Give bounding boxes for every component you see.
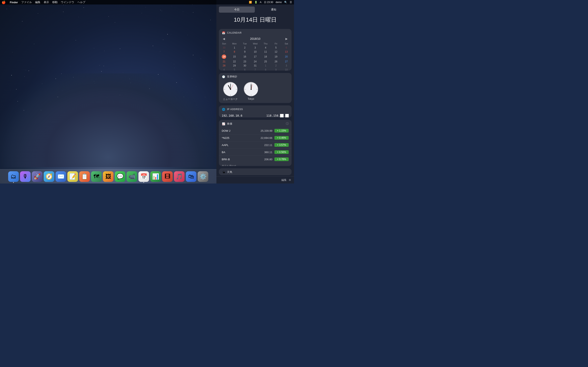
cal-day-2-5[interactable]: 19 <box>271 54 281 59</box>
cal-day-4-4[interactable]: 1 <box>260 64 271 68</box>
calendar-nav: ◀ 2018/10 ▶ <box>219 36 292 42</box>
weather-title: 天気 <box>227 170 232 174</box>
dock-icon-siri[interactable]: 🎙 <box>20 171 31 182</box>
cal-day-1-3[interactable]: 10 <box>250 50 260 54</box>
stock-price: 25,339.99 <box>260 129 272 132</box>
cal-day-0-2[interactable]: 2 <box>240 46 250 50</box>
cal-day-5-4[interactable]: 8 <box>260 68 271 71</box>
cal-day-3-6[interactable]: 27 <box>281 59 292 64</box>
cal-day-0-5[interactable]: 5 <box>271 46 281 50</box>
cal-day-5-5[interactable]: 9 <box>271 68 281 71</box>
cal-day-1-0[interactable]: 7 <box>219 50 229 54</box>
stocks-info-btn[interactable]: ⓘ <box>286 122 289 125</box>
cal-day-0-0[interactable]: 30 <box>219 46 229 50</box>
stock-price: 206.80 <box>264 158 272 161</box>
dock-icon-finder[interactable]: 🗂 <box>8 171 19 182</box>
cal-day-1-5[interactable]: 12 <box>271 50 281 54</box>
dock-icon-messages[interactable]: 💬 <box>115 171 125 182</box>
cal-day-3-3[interactable]: 24 <box>250 59 260 64</box>
cal-prev-btn[interactable]: ◀ <box>222 37 226 40</box>
cal-day-0-1[interactable]: 1 <box>229 46 240 50</box>
cal-day-3-0[interactable]: 21 <box>219 59 229 64</box>
dock-icon-maps[interactable]: 🗺 <box>91 171 102 182</box>
cal-day-5-1[interactable]: 5 <box>229 68 240 71</box>
dock-icon-calendar[interactable]: 📅 <box>138 171 149 182</box>
cal-day-4-5[interactable]: 2 <box>271 64 281 68</box>
worldclock-content: ニューヨーク <box>219 80 292 103</box>
cal-day-3-4[interactable]: 25 <box>260 59 271 64</box>
tab-today[interactable]: 今日 <box>219 7 255 13</box>
dock-icon-prefs[interactable]: ⚙️ <box>198 171 208 182</box>
calendar-widget-header: 📅 CALENDAR <box>219 29 292 36</box>
cal-day-5-6[interactable]: 10 <box>281 68 292 71</box>
cal-next-btn[interactable]: ▶ <box>285 37 289 40</box>
stock-row-aapl[interactable]: AAPL 222.11 + 3.57% <box>219 142 292 149</box>
cal-day-0-3[interactable]: 3 <box>250 46 260 50</box>
cal-day-5-2[interactable]: 6 <box>240 68 250 71</box>
menubar-left: 🍎 Finder ファイル 編集 表示 移動 ウインドウ ヘルプ <box>0 0 85 4</box>
dock-icon-safari[interactable]: 🧭 <box>44 171 54 182</box>
dock-icon-notes[interactable]: 📝 <box>67 171 78 182</box>
cal-day-5-3[interactable]: 7 <box>250 68 260 71</box>
dock-icon-numbers[interactable]: 📊 <box>150 171 161 182</box>
cal-day-2-2[interactable]: 16 <box>240 54 250 59</box>
cal-day-5-0[interactable]: 4 <box>219 68 229 71</box>
cal-day-4-2[interactable]: 30 <box>240 64 250 68</box>
cal-day-0-6[interactable]: 6 <box>281 46 292 50</box>
analog-clock-ny <box>223 82 237 96</box>
menu-view[interactable]: 表示 <box>44 0 49 4</box>
search-icon[interactable]: 🔍 <box>284 1 287 4</box>
cal-day-4-1[interactable]: 29 <box>229 64 240 68</box>
cal-day-2-0[interactable]: 14 <box>219 54 229 59</box>
cal-day-2-1[interactable]: 15 <box>229 54 240 59</box>
menu-window[interactable]: ウインドウ <box>61 0 74 4</box>
cal-day-3-1[interactable]: 22 <box>229 59 240 64</box>
cal-day-2-4[interactable]: 18 <box>260 54 271 59</box>
dock-icon-facetime[interactable]: 📹 <box>127 171 137 182</box>
dock-icon-photos[interactable]: 🖼 <box>103 171 113 182</box>
cal-day-0-4[interactable]: 4 <box>260 46 271 50</box>
stock-row-n225[interactable]: ^N225 22,694.66 + 0.46% <box>219 134 292 142</box>
stock-row-dowj[interactable]: DOW J 25,339.99 + 1.15% <box>219 127 292 134</box>
stocks-widget: 📈 株価 ⓘ DOW J 25,339.99 + 1.15% ^N225 22,… <box>219 120 292 166</box>
cal-day-2-3[interactable]: 17 <box>250 54 260 59</box>
datetime: 日 23:30 <box>264 1 273 4</box>
wifi-icon[interactable]: 🛜 <box>249 1 252 4</box>
edit-button[interactable]: 編集 <box>281 178 287 182</box>
cal-day-4-6[interactable]: 3 <box>281 64 292 68</box>
tab-notifications[interactable]: 通知 <box>256 7 292 13</box>
battery-icon[interactable]: 🔋 <box>254 1 258 4</box>
notification-panel: 今日 通知 10月14日 日曜日 📅 CALENDAR ◀ 2018/10 ▶ … <box>216 4 294 184</box>
dock-icon-keynote[interactable]: 🎞 <box>162 171 173 182</box>
input-method[interactable]: A <box>260 1 261 4</box>
menu-help[interactable]: ヘルプ <box>77 0 85 4</box>
cal-day-1-1[interactable]: 8 <box>229 50 240 54</box>
cal-day-1-6[interactable]: 13 <box>281 50 292 54</box>
stock-name: AAPL <box>222 143 236 147</box>
apple-menu[interactable]: 🍎 <box>2 0 6 4</box>
menu-edit[interactable]: 編集 <box>35 0 40 4</box>
menu-move[interactable]: 移動 <box>52 0 58 4</box>
dock-icon-mail[interactable]: ✉️ <box>56 171 66 182</box>
cal-day-3-5[interactable]: 26 <box>271 59 281 64</box>
dock-icon-launchpad[interactable]: 🚀 <box>32 171 43 182</box>
cal-day-1-2[interactable]: 9 <box>240 50 250 54</box>
cal-day-4-0[interactable]: 28 <box>219 64 229 68</box>
cal-dow-tue: Tue <box>240 42 250 46</box>
stocks-show-more[interactable]: 表示を増やす... <box>219 163 292 166</box>
dock-icon-music[interactable]: 🎵 <box>174 171 185 182</box>
menu-file[interactable]: ファイル <box>21 0 32 4</box>
stock-price: 222.11 <box>264 143 272 147</box>
dock-icon-reminders[interactable]: 📋 <box>79 171 90 182</box>
stock-row-brkb[interactable]: BRK-B 206.80 + 0.78% <box>219 156 292 163</box>
cal-day-4-3[interactable]: 31 <box>250 64 260 68</box>
cal-day-2-6[interactable]: 20 <box>281 54 292 59</box>
panel-settings-icon[interactable]: ⊕ <box>289 178 291 182</box>
cal-day-1-4[interactable]: 11 <box>260 50 271 54</box>
dock-icon-appstore[interactable]: 🛍 <box>186 171 196 182</box>
stock-row-ba[interactable]: BA 360.11 + 0.56% <box>219 149 292 156</box>
app-name[interactable]: Finder <box>10 1 18 4</box>
analog-clock-tokyo <box>244 82 258 96</box>
cal-day-3-2[interactable]: 23 <box>240 59 250 64</box>
control-center-icon[interactable]: ☰ <box>290 1 292 4</box>
